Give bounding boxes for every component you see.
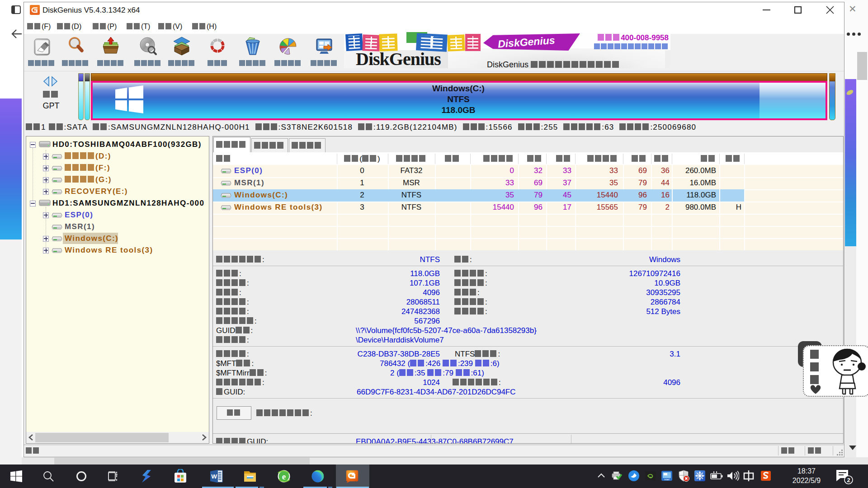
svg-text:W: W	[211, 473, 217, 480]
svg-text:intel: intel	[664, 478, 669, 481]
svg-text:e: e	[282, 472, 286, 481]
svg-text:2: 2	[847, 477, 850, 483]
